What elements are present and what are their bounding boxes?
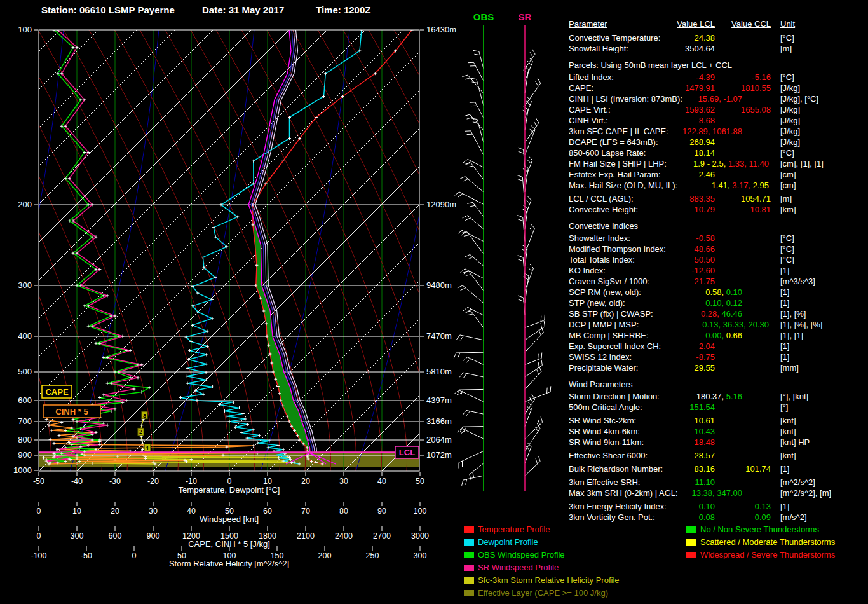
- value-lcl: 151.54: [689, 402, 715, 412]
- svg-text:900: 900: [18, 450, 32, 460]
- legend-swatch: [464, 565, 474, 571]
- svg-text:LCL: LCL: [399, 448, 415, 457]
- value-lcl: 10.79: [694, 205, 715, 214]
- svg-text:CINH * 5: CINH * 5: [55, 407, 88, 416]
- value-lcl: 8.68: [699, 116, 715, 125]
- svg-text:100: 100: [414, 507, 427, 516]
- svg-text:9480m: 9480m: [426, 280, 452, 290]
- svg-text:250: 250: [366, 551, 379, 560]
- svg-text:Storm Relative Helicity [m^2/s: Storm Relative Helicity [m^2/s^2]: [169, 559, 289, 568]
- svg-text:300: 300: [414, 551, 427, 560]
- table-row: 3km Vorticity Gen. Pot.:0.080.09[m/s^2]: [569, 512, 868, 523]
- table-row: Showalter Index:-0.58[°C]: [569, 233, 868, 244]
- param-label: 3km Effective SRH:: [569, 477, 640, 487]
- value-lcl: 15.69, -1.07: [698, 94, 742, 104]
- legend-swatch: [686, 539, 696, 546]
- col-header-parameter: Parameter: [569, 19, 607, 29]
- unit-label: [J/kg], [°C]: [780, 94, 818, 104]
- section-heading: Wind Parameters: [569, 380, 868, 390]
- skewt-chart: 12310016430m20012090m3009480m4007470m500…: [0, 0, 566, 604]
- unit-label: [1], [%], [%]: [780, 320, 822, 329]
- svg-text:300: 300: [18, 280, 32, 290]
- section-heading-label: Parcels: Using 50mB mean layer LCL + CCL: [569, 60, 732, 70]
- legend-label: Scattered / Moderate Thunderstorms: [700, 537, 835, 547]
- param-label: MB Comp | SHERBE:: [569, 331, 648, 340]
- table-row: CAPE:1479.911810.55[J/kg]: [569, 83, 868, 94]
- table-row: Precipitable Water:29.55[mm]: [569, 363, 868, 374]
- unit-label: [°C]: [780, 33, 794, 43]
- value-lcl: 18.48: [694, 437, 715, 447]
- legend-label: Sfc-3km Storm Relative Helicity Profile: [478, 575, 620, 585]
- param-label: KO Index:: [569, 266, 606, 275]
- value-lcl: -0.58: [696, 233, 715, 243]
- table-row: Exp. Supercell Index CH:2.04[1]: [569, 341, 868, 352]
- table-row: Convective Height:10.7910.81[km]: [569, 205, 868, 216]
- svg-text:-50: -50: [81, 551, 92, 560]
- value-ccl: 1810.55: [741, 83, 771, 93]
- value-lcl: 29.55: [694, 363, 715, 373]
- legend-label: OBS Windspeed Profile: [478, 550, 565, 559]
- param-label: CAPE Virt.:: [569, 105, 611, 114]
- svg-text:1000: 1000: [13, 465, 32, 475]
- svg-text:600: 600: [109, 532, 122, 540]
- value-lcl: 1.41, 3.17, 2.95: [712, 181, 769, 190]
- svg-text:30: 30: [339, 477, 348, 486]
- table-row: Estofex Exp. Hail Param:2.46[cm]: [569, 170, 868, 181]
- param-label: 500m Critical Angle:: [569, 402, 642, 412]
- table-row: Snowfall Height:3504.64[m]: [569, 44, 868, 55]
- value-lcl: 0.08: [699, 512, 715, 522]
- table-row: DCAPE (LFS = 643mB):268.94[J/kg]: [569, 137, 868, 148]
- param-label: Max. Hail Size (OLD, MU, IL):: [569, 181, 677, 190]
- unit-label: [°], [knt]: [780, 392, 808, 401]
- table-row: Max 3km SRH (0-2km) | AGL:13.38, 347.00[…: [569, 488, 868, 499]
- table-row: MB Comp | SHERBE:0.00, 0.66[1], [1]: [569, 331, 868, 341]
- unit-label: [km]: [780, 205, 796, 214]
- table-row: SCP RM (new, old):0.58, 0.10[1]: [569, 287, 868, 298]
- svg-text:30: 30: [149, 507, 158, 516]
- parameter-table: ParameterValue LCLValue CCLUnitConvectiv…: [569, 0, 868, 521]
- unit-label: [knt]: [780, 451, 796, 460]
- param-label: SWISS 12 Index:: [569, 352, 632, 362]
- unit-label: [m/s^2]: [780, 512, 807, 522]
- unit-label: [m^2/s^2], [m]: [780, 488, 831, 498]
- value-lcl: 2.46: [699, 170, 715, 179]
- unit-label: [cm]: [780, 170, 796, 179]
- svg-text:700: 700: [18, 416, 32, 426]
- unit-label: [1]: [780, 287, 789, 297]
- table-row: Bulk Richardson Number:83.16101.74[1]: [569, 464, 868, 475]
- svg-text:5810m: 5810m: [426, 367, 452, 376]
- svg-text:0: 0: [37, 532, 41, 540]
- legend-label: SR Windspeed Profile: [478, 563, 559, 572]
- value-lcl: 0.28, 46.46: [701, 309, 742, 319]
- unit-label: [°C]: [780, 233, 794, 243]
- table-row: FM Hail Size | SHIP | LHP:1.9 - 2.5, 1.3…: [569, 159, 868, 170]
- value-lcl: 2.04: [699, 341, 715, 351]
- value-ccl: 1655.08: [741, 105, 771, 114]
- unit-label: [1]: [780, 502, 789, 511]
- param-label: Estofex Exp. Hail Param:: [569, 170, 661, 179]
- svg-text:0: 0: [37, 507, 41, 516]
- svg-text:3166m: 3166m: [426, 416, 452, 426]
- unit-label: [°C]: [780, 72, 794, 82]
- table-row: SB STP (fix) | CWASP:0.28, 46.46[1], [%]: [569, 309, 868, 320]
- param-label: Lifted Index:: [569, 72, 614, 82]
- param-label: 3km Energy Helicity Index:: [569, 502, 667, 511]
- table-header: ParameterValue LCLValue CCLUnit: [569, 19, 868, 30]
- value-lcl: 0.58, 0.10: [705, 287, 742, 297]
- value-ccl: 101.74: [745, 464, 771, 474]
- table-row: SR Wind 4km-6km:10.43[knt]: [569, 427, 868, 437]
- svg-text:900: 900: [147, 532, 160, 540]
- svg-text:600: 600: [18, 395, 32, 405]
- unit-label: [°C]: [780, 148, 794, 158]
- svg-text:200: 200: [18, 200, 32, 209]
- param-label: Precipitable Water:: [569, 363, 638, 373]
- param-label: 3km Vorticity Gen. Pot.:: [569, 512, 655, 522]
- svg-text:500: 500: [18, 367, 32, 376]
- unit-label: [J/kg]: [780, 127, 800, 136]
- svg-text:Windspeed [knt]: Windspeed [knt]: [200, 514, 259, 524]
- unit-label: [m^3/s^3]: [780, 277, 815, 286]
- svg-text:1: 1: [146, 445, 149, 451]
- value-ccl: -5.16: [752, 72, 771, 82]
- section-heading-label: Convective Indices: [569, 221, 638, 231]
- param-label: 850-600 Lapse Rate:: [569, 148, 646, 158]
